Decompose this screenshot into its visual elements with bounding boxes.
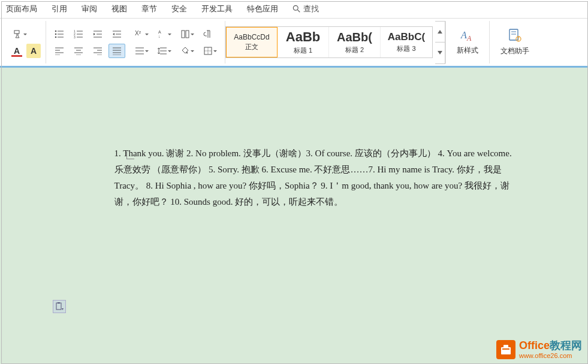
svg-point-3: [55, 30, 57, 32]
svg-rect-66: [501, 347, 511, 354]
document-helper-label: 文档助手: [500, 46, 529, 56]
svg-marker-16: [94, 33, 95, 35]
svg-text:A: A: [460, 30, 467, 40]
paste-options-button[interactable]: [53, 300, 66, 313]
style-gallery: AaBbCcDd 正文 AaBb 标题 1 AaBb( 标题 2 AaBbC( …: [225, 26, 433, 58]
align-right-button[interactable]: [89, 44, 106, 58]
tab-devtools[interactable]: 开发工具: [201, 2, 233, 16]
tab-security[interactable]: 安全: [171, 2, 187, 16]
svg-rect-67: [503, 345, 508, 348]
svg-rect-43: [186, 31, 189, 38]
svg-rect-63: [56, 303, 61, 310]
bullets-button[interactable]: [51, 27, 68, 41]
font-color-button[interactable]: A: [10, 44, 24, 58]
style-heading2[interactable]: AaBb( 标题 2: [329, 27, 381, 57]
text-direction-button[interactable]: X²: [131, 27, 152, 41]
watermark-title: Office教程网: [519, 340, 582, 352]
document-helper-button[interactable]: 文档助手: [494, 26, 535, 59]
tab-chapter[interactable]: 章节: [141, 2, 157, 16]
align-center-button[interactable]: [70, 44, 87, 58]
ribbon-toolbar: A A 123: [0, 19, 588, 68]
tab-special[interactable]: 特色应用: [247, 2, 278, 16]
document-page: 1. Thank you. 谢谢 2. No problem. 没事儿（谢啥）3…: [37, 86, 552, 240]
svg-marker-65: [62, 308, 64, 310]
document-canvas[interactable]: 1. Thank you. 谢谢 2. No problem. 没事儿（谢啥）3…: [0, 68, 588, 364]
style-heading1[interactable]: AaBb 标题 1: [278, 27, 329, 57]
decrease-indent-button[interactable]: [89, 27, 106, 41]
align-justify-button[interactable]: [108, 44, 125, 58]
gallery-expand[interactable]: [435, 43, 445, 63]
search-box[interactable]: 查找: [293, 4, 319, 14]
search-label: 查找: [303, 4, 319, 14]
highlight-button[interactable]: A: [26, 44, 41, 58]
tab-view[interactable]: 视图: [111, 2, 127, 16]
show-marks-button[interactable]: [200, 27, 216, 41]
svg-text:A: A: [466, 34, 472, 43]
svg-text:A: A: [158, 30, 161, 34]
search-icon: [293, 5, 301, 13]
watermark-icon: [496, 340, 515, 359]
svg-line-1: [297, 10, 300, 12]
align-left-button[interactable]: [51, 44, 68, 58]
format-brush-button[interactable]: [10, 27, 30, 41]
svg-rect-42: [182, 31, 185, 38]
svg-point-5: [55, 33, 57, 35]
svg-rect-68: [502, 348, 509, 350]
style-heading3[interactable]: AaBbC( 标题 3: [381, 27, 432, 57]
svg-rect-2: [14, 31, 19, 34]
increase-indent-button[interactable]: [108, 27, 125, 41]
svg-point-7: [55, 36, 57, 38]
shading-button[interactable]: [177, 44, 197, 58]
new-style-button[interactable]: AA 新样式: [451, 25, 484, 59]
svg-text:X²: X²: [135, 30, 141, 37]
borders-button[interactable]: [200, 44, 220, 58]
line-spacing-button[interactable]: [154, 44, 174, 58]
snap-button[interactable]: [177, 27, 197, 41]
svg-point-0: [293, 5, 298, 10]
new-style-label: 新样式: [457, 46, 478, 56]
tab-references[interactable]: 引用: [52, 2, 67, 16]
distribute-button[interactable]: [131, 44, 152, 58]
watermark-url: www.office26.com: [519, 352, 582, 359]
tab-review[interactable]: 审阅: [82, 2, 97, 16]
svg-rect-64: [58, 302, 60, 304]
style-normal[interactable]: AaBbCcDd 正文: [226, 27, 278, 57]
gallery-scroll-up[interactable]: [435, 22, 445, 43]
svg-rect-57: [509, 29, 518, 40]
clipboard-icon: [55, 302, 64, 311]
ribbon-tabs: 页面布局 引用 审阅 视图 章节 安全 开发工具 特色应用 查找: [0, 0, 588, 19]
svg-marker-54: [438, 51, 442, 54]
document-text[interactable]: 1. Thank you. 谢谢 2. No problem. 没事儿（谢啥）3…: [114, 145, 522, 210]
watermark: Office教程网 www.office26.com: [496, 340, 582, 359]
sort-button[interactable]: A↓: [154, 27, 174, 41]
numbering-button[interactable]: 123: [70, 27, 87, 41]
tab-page-layout[interactable]: 页面布局: [6, 2, 37, 16]
svg-marker-20: [113, 33, 114, 35]
svg-point-62: [518, 37, 519, 38]
svg-text:↓: ↓: [158, 34, 161, 38]
svg-text:3: 3: [74, 35, 76, 38]
svg-marker-53: [438, 30, 442, 34]
